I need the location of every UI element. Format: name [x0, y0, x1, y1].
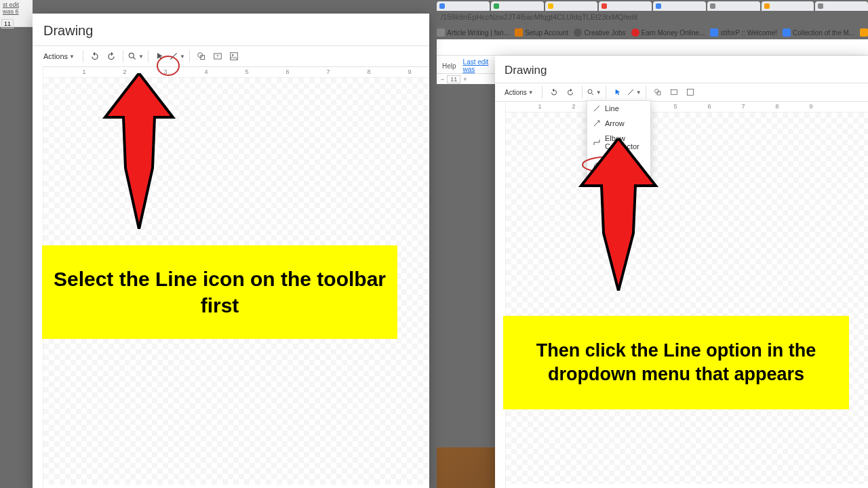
dialog-title: Drawing — [33, 14, 429, 45]
bookmark-item[interactable]: Collection of the M... — [783, 28, 854, 37]
svg-line-16 — [594, 106, 599, 111]
menu-help[interactable]: Help — [442, 62, 456, 70]
drawing-toolbar: Actions▼ ▼ ▼ T — [33, 45, 429, 67]
svg-point-3 — [198, 53, 203, 58]
select-tool[interactable] — [610, 85, 625, 100]
drawing-dialog-right: Drawing Actions▼ ▼ ▼ 1 2 3 4 5 6 7 8 9 L… — [495, 56, 868, 488]
zoom-button[interactable]: ▼ — [127, 49, 144, 64]
browser-tab[interactable] — [545, 1, 598, 11]
image-tool[interactable] — [683, 85, 698, 100]
shape-tool[interactable] — [650, 85, 665, 100]
bookmark-item[interactable]: stiforP :: Welcome! — [710, 28, 777, 37]
drawing-canvas[interactable] — [506, 113, 868, 484]
svg-line-1 — [134, 58, 136, 60]
bookmark-item[interactable]: Article Writing | fan... — [437, 28, 509, 37]
textbox-tool[interactable] — [667, 85, 682, 100]
docs-toolbar-fragment: −11+ — [437, 73, 495, 84]
browser-tabs — [437, 0, 868, 11]
last-edit-fragment: st edit was 6 — [0, 0, 33, 16]
browser-tab[interactable] — [653, 1, 706, 11]
bookmark-item[interactable]: Creative Jobs — [574, 28, 625, 37]
bg-stripe — [437, 39, 868, 56]
url-text: /159k8nEpHccNzw2JT4l5acMfqgt4CLUldqTLEt2… — [441, 13, 637, 21]
svg-point-12 — [654, 89, 658, 94]
bookmark-item[interactable]: Earn Money Online... — [631, 28, 705, 37]
bg-docs-toolbar-left: st edit was 6 11 — [0, 0, 33, 27]
instruction-caption-right: Then click the Line option in the dropdo… — [503, 316, 849, 409]
red-arrow-annotation — [578, 138, 659, 291]
red-arrow-annotation — [102, 73, 176, 229]
ruler-vertical — [495, 102, 506, 488]
line-tool[interactable]: ▼ — [627, 85, 642, 100]
zoom-button[interactable]: ▼ — [587, 85, 601, 100]
drawing-toolbar: Actions▼ ▼ ▼ — [495, 83, 868, 102]
svg-rect-15 — [687, 89, 693, 96]
shape-tool[interactable] — [194, 49, 209, 64]
textbox-tool[interactable]: T — [210, 49, 225, 64]
dialog-title: Drawing — [495, 56, 868, 83]
ruler-horizontal: 1 2 3 4 5 6 7 8 9 — [506, 102, 868, 113]
line-icon — [593, 104, 601, 113]
browser-tab[interactable] — [599, 1, 652, 11]
browser-tab[interactable] — [815, 1, 868, 11]
font-size-box: 11 — [1, 19, 14, 28]
svg-point-8 — [232, 54, 233, 56]
browser-tab[interactable] — [762, 1, 814, 11]
url-bar[interactable]: /159k8nEpHccNzw2JT4l5acMfqgt4CLUldqTLEt2… — [437, 11, 868, 23]
svg-line-11 — [628, 89, 633, 95]
actions-menu[interactable]: Actions▼ — [500, 85, 538, 100]
image-tool[interactable] — [226, 49, 241, 64]
browser-tab[interactable] — [437, 1, 490, 11]
last-edit-link[interactable]: Last edit was — [463, 58, 495, 73]
bookmark-item[interactable]: Setup Account — [515, 28, 569, 37]
redo-button[interactable] — [563, 85, 578, 100]
svg-line-17 — [594, 121, 599, 126]
instruction-caption-left: Select the Line icon on the toolbar firs… — [42, 245, 397, 339]
bookmarks-bar: Article Writing | fan... Setup Account C… — [437, 26, 868, 39]
svg-point-0 — [129, 53, 134, 58]
dropdown-item-arrow[interactable]: Arrow — [587, 116, 650, 131]
arrow-icon — [593, 119, 601, 127]
dropdown-item-line[interactable]: Line — [587, 101, 650, 116]
undo-button[interactable] — [87, 49, 102, 64]
browser-tab[interactable] — [491, 1, 544, 11]
svg-point-9 — [588, 89, 592, 94]
svg-line-10 — [591, 94, 593, 96]
actions-menu[interactable]: Actions▼ — [39, 49, 79, 64]
svg-text:T: T — [216, 54, 219, 58]
bookmark-item[interactable]: New Subsc — [860, 28, 868, 37]
redo-button[interactable] — [104, 49, 119, 64]
browser-tab[interactable] — [707, 1, 760, 11]
undo-button[interactable] — [547, 85, 561, 100]
svg-rect-14 — [671, 90, 677, 95]
